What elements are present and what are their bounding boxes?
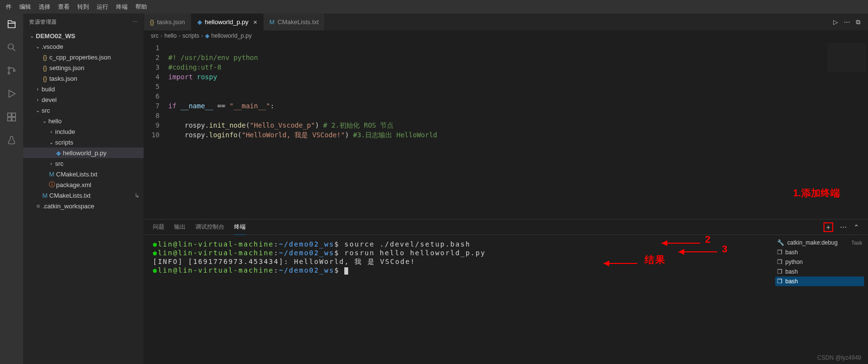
folder-srcinner[interactable]: ›src: [23, 158, 144, 169]
run-icon[interactable]: ▷: [833, 18, 838, 26]
python-icon: ◆: [197, 18, 202, 26]
terminal-icon: ❐: [777, 259, 782, 265]
file-ccpp[interactable]: {}c_cpp_properties.json: [23, 52, 144, 62]
file-tasksjson[interactable]: {}tasks.json: [23, 73, 144, 84]
tab-cmakelists[interactable]: MCMakeLists.txt: [264, 14, 325, 30]
cursor: [344, 267, 348, 275]
term-item-task[interactable]: 🔧catkin_make:debugTask: [775, 238, 864, 248]
explorer-icon[interactable]: [6, 18, 17, 30]
sidebar: 资源管理器 ⋯ ⌄DEMO02_WS ⌄.vscode {}c_cpp_prop…: [23, 14, 144, 364]
search-icon[interactable]: [6, 42, 17, 53]
wrench-icon: 🔧: [777, 239, 784, 246]
json-icon: {}: [150, 18, 154, 26]
folder-vscode[interactable]: ⌄.vscode: [23, 41, 144, 52]
source-control-icon[interactable]: [6, 65, 17, 76]
menu-terminal[interactable]: 终端: [112, 3, 132, 11]
menu-edit[interactable]: 编辑: [15, 3, 35, 11]
annotation-result: 结果: [645, 255, 666, 264]
sidebar-title: 资源管理器: [29, 18, 57, 26]
panel-tab-bar: 问题 输出 调试控制台 终端 + ⋯ ⌃: [144, 219, 868, 235]
folder-scripts[interactable]: ⌄scripts: [23, 137, 144, 147]
folder-src[interactable]: ⌄src: [23, 105, 144, 116]
folder-devel[interactable]: ›devel: [23, 94, 144, 105]
minimap[interactable]: [827, 43, 866, 72]
svg-point-0: [8, 44, 14, 49]
panel-more-icon[interactable]: ⋯: [840, 223, 847, 231]
menu-file[interactable]: 件: [2, 3, 15, 11]
term-item-bash1[interactable]: ❐bash: [775, 248, 864, 257]
tab-bar: {}tasks.json ◆helloworld_p.py× MCMakeLis…: [144, 14, 868, 30]
term-item-python[interactable]: ❐python: [775, 257, 864, 267]
menu-run[interactable]: 运行: [93, 3, 112, 11]
cmake-icon: M: [269, 18, 275, 26]
svg-point-3: [14, 70, 15, 72]
editor-area: {}tasks.json ◆helloworld_p.py× MCMakeLis…: [144, 14, 868, 364]
breadcrumb[interactable]: src› hello› scripts› ◆helloworld_p.py: [144, 30, 868, 41]
extensions-icon[interactable]: [6, 111, 17, 123]
svg-rect-4: [8, 113, 11, 116]
tab-tasksjson[interactable]: {}tasks.json: [144, 14, 191, 30]
close-icon[interactable]: ×: [253, 18, 257, 26]
terminal-list: 🔧catkin_make:debugTask ❐bash ❐python ❐ba…: [771, 235, 868, 364]
sidebar-more-icon[interactable]: ⋯: [132, 19, 138, 25]
file-tree: ⌄DEMO02_WS ⌄.vscode {}c_cpp_properties.j…: [23, 30, 144, 364]
term-item-bash2[interactable]: ❐bash: [775, 267, 864, 277]
folder-hello[interactable]: ⌄hello: [23, 116, 144, 126]
testing-icon[interactable]: [6, 134, 17, 146]
menu-help[interactable]: 帮助: [132, 3, 151, 11]
menubar: 件 编辑 选择 查看 转到 运行 终端 帮助: [0, 0, 868, 14]
svg-marker-13: [603, 261, 609, 266]
line-gutter: 12345678910: [144, 41, 168, 219]
code-content[interactable]: #! /usr/bin/env python #coding:utf-8 imp…: [168, 41, 868, 219]
terminal-icon: ❐: [777, 278, 782, 285]
menu-view[interactable]: 查看: [54, 3, 74, 11]
tree-root[interactable]: ⌄DEMO02_WS: [23, 30, 144, 41]
svg-rect-6: [8, 117, 11, 121]
more-icon[interactable]: ⋯: [844, 18, 850, 26]
code-editor[interactable]: 12345678910 #! /usr/bin/env python #codi…: [144, 41, 868, 219]
svg-marker-11: [678, 249, 684, 255]
folder-build[interactable]: ›build: [23, 84, 144, 94]
svg-point-1: [8, 67, 10, 69]
new-terminal-button[interactable]: +: [824, 222, 833, 232]
annotation-1: 1.添加终端: [793, 187, 840, 200]
svg-rect-7: [12, 117, 15, 121]
panel-tab-output[interactable]: 输出: [174, 219, 186, 234]
svg-marker-9: [662, 240, 667, 246]
run-debug-icon[interactable]: [6, 88, 17, 100]
file-helloworld[interactable]: ◆helloworld_p.py: [23, 147, 144, 158]
tab-helloworld[interactable]: ◆helloworld_p.py×: [191, 14, 264, 30]
menu-select[interactable]: 选择: [35, 3, 54, 11]
terminal[interactable]: ●lin@lin-virtual-machine:~/demo02_ws$ so…: [144, 235, 771, 364]
annotation-2: 2: [705, 235, 711, 244]
terminal-icon: ❐: [777, 249, 782, 256]
file-package[interactable]: ⓘpackage.xml: [23, 179, 144, 190]
file-catkin[interactable]: ≡.catkin_workspace: [23, 201, 144, 211]
watermark: CSDN @lyz4949: [817, 354, 861, 361]
panel-tab-debug[interactable]: 调试控制台: [195, 219, 224, 234]
svg-point-2: [8, 73, 10, 74]
folder-include[interactable]: ›include: [23, 126, 144, 137]
panel-tab-terminal[interactable]: 终端: [234, 219, 246, 235]
panel-tab-problems[interactable]: 问题: [153, 219, 164, 234]
svg-rect-5: [12, 113, 15, 116]
term-item-bash3[interactable]: ❐bash: [775, 277, 864, 286]
menu-goto[interactable]: 转到: [74, 3, 93, 11]
annotation-3: 3: [722, 245, 728, 253]
terminal-icon: ❐: [777, 268, 782, 275]
activity-bar: [0, 14, 23, 364]
file-settings[interactable]: {}settings.json: [23, 62, 144, 73]
panel-chevron-up-icon[interactable]: ⌃: [853, 223, 859, 231]
bottom-panel: 问题 输出 调试控制台 终端 + ⋯ ⌃ ●lin@lin-virtual-ma…: [144, 219, 868, 364]
file-cmake2[interactable]: MCMakeLists.txt↳: [23, 190, 144, 201]
file-cmake1[interactable]: MCMakeLists.txt: [23, 169, 144, 179]
split-icon[interactable]: ⧉: [856, 18, 860, 26]
